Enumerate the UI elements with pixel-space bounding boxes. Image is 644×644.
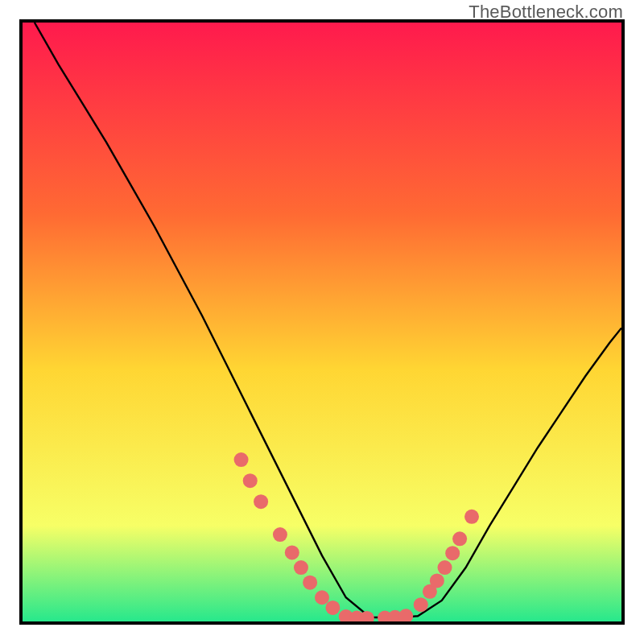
data-marker (430, 573, 444, 588)
data-marker (325, 601, 340, 615)
data-marker (438, 560, 452, 575)
data-marker (243, 473, 258, 488)
data-marker (452, 531, 467, 546)
gradient-background (23, 23, 621, 621)
data-marker (254, 494, 268, 509)
chart-svg (23, 23, 621, 621)
data-marker (315, 590, 329, 605)
data-marker (303, 576, 317, 590)
data-marker (414, 597, 428, 612)
data-marker (285, 545, 299, 559)
data-marker (234, 452, 249, 467)
data-marker (294, 560, 308, 575)
data-marker (273, 527, 287, 542)
chart-frame (19, 19, 625, 625)
data-marker (464, 510, 479, 524)
data-marker (445, 546, 460, 560)
